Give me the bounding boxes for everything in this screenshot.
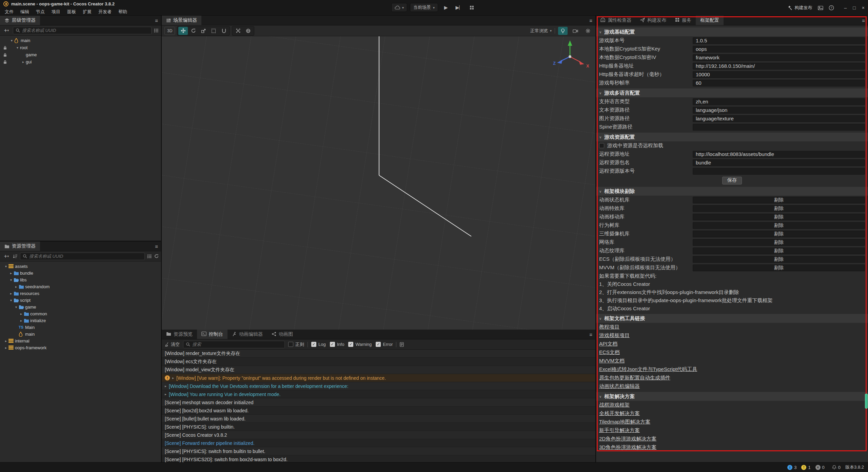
menubar-item[interactable]: 节点 xyxy=(33,8,48,16)
strip-module-button[interactable]: 剔除 xyxy=(693,264,865,271)
hierarchy-node-game[interactable]: game xyxy=(0,51,161,58)
filter-warning[interactable]: ✓Warning xyxy=(348,342,372,347)
doc-link[interactable]: API文档 xyxy=(596,340,868,348)
info-count[interactable]: i 3 xyxy=(787,465,796,470)
field-input-本地数据CryptoES加密Key[interactable] xyxy=(693,46,865,53)
section-header-游戏资源配置[interactable]: ∨游戏资源配置 xyxy=(596,133,868,141)
filter-info[interactable]: ✓Info xyxy=(330,342,344,347)
console-message[interactable]: ▸[Window] Download the Vue Devtools exte… xyxy=(162,382,595,390)
pivot-tool-button[interactable] xyxy=(233,27,243,35)
expand-chevron-icon[interactable]: ▸ xyxy=(172,376,174,380)
asset-node-main[interactable]: main xyxy=(0,331,161,337)
move-tool-button[interactable] xyxy=(178,27,188,35)
tree-expand-icon[interactable]: ▸ xyxy=(14,285,19,289)
asset-node-common[interactable]: ▸common xyxy=(0,310,161,317)
field-input-支持语言类型[interactable] xyxy=(693,98,865,105)
snap-tool-button[interactable] xyxy=(219,27,229,35)
tab-控制台[interactable]: 控制台 xyxy=(197,330,228,339)
layout-grid-button[interactable] xyxy=(467,3,477,12)
section-header-框架文档工具链接[interactable]: ∨框架文档工具链接 xyxy=(596,314,868,323)
tree-expand-icon[interactable]: ▸ xyxy=(8,292,14,295)
tab-构建发布[interactable]: 构建发布 xyxy=(636,16,671,25)
scrollbar-thumb[interactable] xyxy=(865,394,868,409)
tab-hierarchy[interactable]: 层级管理器 xyxy=(0,16,40,25)
asset-node-assets[interactable]: ▾assets xyxy=(0,263,161,270)
notification-count[interactable]: 0 xyxy=(832,465,841,470)
field-input-Http服务器地址[interactable] xyxy=(693,63,865,70)
scene-select-dropdown[interactable]: 当前场景 ▾ xyxy=(410,3,438,12)
doc-link[interactable]: Excel格式转Json文件与TypeScript代码工具 xyxy=(596,365,868,374)
tab-scene-editor[interactable]: 场景编辑器 xyxy=(162,16,201,25)
tree-expand-icon[interactable]: ▾ xyxy=(9,39,14,42)
strip-module-button[interactable]: 剔除 xyxy=(693,222,865,229)
tree-expand-icon[interactable]: ▾ xyxy=(14,305,19,309)
screenshot-button[interactable] xyxy=(818,6,823,10)
tree-expand-icon[interactable]: ▾ xyxy=(15,46,20,50)
doc-link[interactable]: 战棋游戏框架 xyxy=(596,401,868,409)
section-header-框架模块剔除[interactable]: ∨框架模块剔除 xyxy=(596,187,868,196)
help-button[interactable]: ? xyxy=(829,5,834,11)
strip-module-button[interactable]: 剔除 xyxy=(693,248,865,254)
view-mode-dropdown[interactable]: 正常浏览 ▾ xyxy=(530,28,552,34)
asset-node-bundle[interactable]: ▸bundle xyxy=(0,270,161,276)
menubar-item[interactable]: 扩展 xyxy=(79,8,95,16)
asset-node-resources[interactable]: ▸resources xyxy=(0,290,161,297)
strip-module-button[interactable]: 剔除 xyxy=(693,231,865,237)
field-input-文本资源路径[interactable] xyxy=(693,107,865,114)
assets-search-input[interactable] xyxy=(29,254,142,259)
tree-expand-icon[interactable]: ▾ xyxy=(3,264,8,268)
preview-target-dropdown[interactable]: ▾ xyxy=(391,3,407,12)
tree-expand-icon[interactable]: ▸ xyxy=(21,60,26,64)
console-message[interactable]: ▸[Window] You are running Vue in develop… xyxy=(162,390,595,398)
menubar-item[interactable]: 面板 xyxy=(64,8,79,16)
hierarchy-node-main[interactable]: ▾main xyxy=(0,37,161,44)
menubar-item[interactable]: 开发者 xyxy=(95,8,115,16)
tree-expand-icon[interactable]: ▸ xyxy=(19,312,24,316)
tab-属性检查器[interactable]: 属性检查器 xyxy=(596,16,636,25)
build-publish-button[interactable]: 构建发布 xyxy=(788,5,812,11)
asset-node-libs[interactable]: ▾libs xyxy=(0,276,161,283)
error-count[interactable]: × 0 xyxy=(815,465,825,470)
strip-module-button[interactable]: 剔除 xyxy=(693,256,865,263)
doc-link[interactable]: Tiledmap地图解决方案 xyxy=(596,418,868,426)
minimize-button[interactable]: – xyxy=(844,5,847,11)
tree-expand-icon[interactable]: ▾ xyxy=(8,278,14,282)
strip-module-button[interactable]: 剔除 xyxy=(693,197,865,203)
lighting-toggle-button[interactable] xyxy=(558,27,568,35)
hierarchy-filter-icon[interactable] xyxy=(154,28,159,33)
tab-动画图[interactable]: 动画图 xyxy=(267,330,297,339)
console-search-input[interactable] xyxy=(192,342,282,347)
console-menu-icon[interactable]: ≡ xyxy=(586,332,595,337)
expand-chevron-icon[interactable]: ▸ xyxy=(165,384,166,388)
field-input-远程资源包名[interactable] xyxy=(693,159,865,166)
menubar-item[interactable]: 帮助 xyxy=(115,8,131,16)
scene-settings-button[interactable] xyxy=(583,27,593,35)
console-message[interactable]: !▸[Window] [Vue warn]: Property "onInput… xyxy=(162,374,595,382)
field-input-图片资源路径[interactable] xyxy=(693,115,865,122)
doc-link[interactable]: 新手引导解决方案 xyxy=(596,426,868,435)
tab-框架配置[interactable]: 框架配置 xyxy=(696,16,724,25)
assets-menu-icon[interactable]: ≡ xyxy=(152,243,161,249)
asset-node-script[interactable]: ▾script xyxy=(0,297,161,303)
save-button[interactable]: 保存 xyxy=(722,177,742,184)
doc-link[interactable]: 游戏模板项目 xyxy=(596,331,868,340)
log-file-button[interactable] xyxy=(400,342,404,347)
rotate-tool-button[interactable] xyxy=(189,27,198,35)
tree-expand-icon[interactable]: ▸ xyxy=(3,339,8,343)
field-input-Http服务器请求超时（毫秒）[interactable] xyxy=(693,71,865,78)
orientation-gizmo[interactable]: X Z xyxy=(549,37,590,74)
console-search[interactable] xyxy=(183,341,285,348)
field-input-远程资源版本号[interactable] xyxy=(693,168,865,175)
sort-assets-icon[interactable] xyxy=(13,254,18,258)
hierarchy-node-gui[interactable]: ▸gui xyxy=(0,58,161,65)
doc-link[interactable]: MVVM文档 xyxy=(596,357,868,365)
close-button[interactable]: × xyxy=(862,5,865,11)
scale-tool-button[interactable] xyxy=(199,27,208,35)
hierarchy-node-root[interactable]: ▾root xyxy=(0,44,161,51)
menubar-item[interactable]: 文件 xyxy=(1,8,17,16)
field-input-游戏版本号[interactable] xyxy=(693,37,865,44)
create-asset-button[interactable]: +▾ xyxy=(2,253,11,259)
hierarchy-menu-icon[interactable]: ≡ xyxy=(152,18,161,23)
tab-服务[interactable]: 服务 xyxy=(671,16,696,25)
hierarchy-search[interactable] xyxy=(13,27,152,34)
